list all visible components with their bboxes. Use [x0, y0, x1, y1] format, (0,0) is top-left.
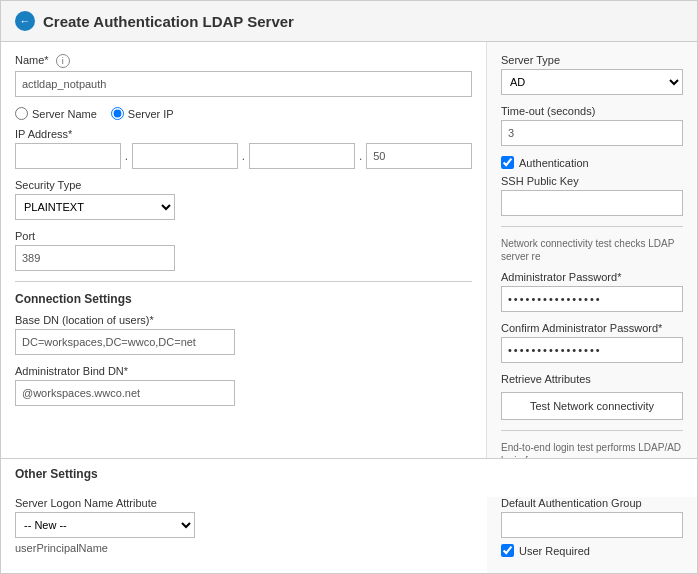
timeout-label: Time-out (seconds) [501, 105, 683, 117]
base-dn-label: Base DN (location of users)* [15, 314, 472, 326]
ip-octet-2[interactable] [132, 143, 238, 169]
ip-octet-1[interactable] [15, 143, 121, 169]
ip-octet-3[interactable] [249, 143, 355, 169]
admin-password-field-group: Administrator Password* [501, 271, 683, 312]
authentication-checkbox-row: Authentication [501, 156, 683, 169]
right-panel: Server Type AD Time-out (seconds) Authen… [487, 42, 697, 458]
user-required-row: User Required [501, 544, 683, 557]
ssh-key-input[interactable] [501, 190, 683, 216]
retrieve-attributes-label: Retrieve Attributes [501, 373, 683, 385]
ssh-key-field-group: SSH Public Key [501, 175, 683, 216]
section-divider-1 [15, 281, 472, 282]
authentication-label: Authentication [519, 157, 589, 169]
admin-bind-dn-input[interactable] [15, 380, 235, 406]
port-field-group: Port [15, 230, 472, 271]
default-auth-group-input[interactable] [501, 512, 683, 538]
timeout-input[interactable] [501, 120, 683, 146]
network-info-text: Network connectivity test checks LDAP se… [501, 237, 683, 263]
server-logon-label: Server Logon Name Attribute [15, 497, 463, 509]
page: ← Create Authentication LDAP Server Name… [0, 0, 698, 574]
main-content: Name* i Server Name Server IP [1, 42, 697, 458]
server-logon-select[interactable]: -- New -- [15, 512, 195, 538]
other-settings-section: Other Settings Server Logon Name Attribu… [1, 458, 697, 573]
server-ip-radio-item[interactable]: Server IP [111, 107, 174, 120]
security-type-select[interactable]: PLAINTEXT [15, 194, 175, 220]
info-icon[interactable]: i [56, 54, 70, 68]
authentication-checkbox[interactable] [501, 156, 514, 169]
end-to-end-info: End-to-end login test performs LDAP/AD l… [501, 441, 683, 458]
test-network-button[interactable]: Test Network connectivity [501, 392, 683, 420]
left-panel: Name* i Server Name Server IP [1, 42, 487, 458]
server-type-radio-group: Server Name Server IP [15, 107, 472, 120]
name-field-group: Name* i [15, 54, 472, 97]
confirm-password-label: Confirm Administrator Password* [501, 322, 683, 334]
confirm-password-input[interactable] [501, 337, 683, 363]
admin-password-label: Administrator Password* [501, 271, 683, 283]
security-type-field-group: Security Type PLAINTEXT [15, 179, 472, 220]
default-auth-group-label: Default Authentication Group [501, 497, 683, 509]
port-input[interactable] [15, 245, 175, 271]
ssh-key-label: SSH Public Key [501, 175, 683, 187]
right-divider-2 [501, 430, 683, 431]
security-type-label: Security Type [15, 179, 472, 191]
name-label: Name* i [15, 54, 472, 68]
server-name-radio-item[interactable]: Server Name [15, 107, 97, 120]
port-label: Port [15, 230, 472, 242]
base-dn-field-group: Base DN (location of users)* [15, 314, 472, 355]
server-type-label: Server Type [501, 54, 683, 66]
timeout-field-group: Time-out (seconds) [501, 105, 683, 146]
admin-bind-dn-label: Administrator Bind DN* [15, 365, 472, 377]
name-input[interactable] [15, 71, 472, 97]
ip-address-field-group: IP Address* . . . [15, 128, 472, 169]
connection-settings-title: Connection Settings [15, 292, 472, 306]
other-settings-left: Server Logon Name Attribute -- New -- us… [1, 497, 487, 573]
confirm-password-field-group: Confirm Administrator Password* [501, 322, 683, 363]
server-logon-select-wrapper: -- New -- [15, 512, 195, 538]
page-title: Create Authentication LDAP Server [43, 13, 294, 30]
base-dn-input[interactable] [15, 329, 235, 355]
server-logon-value: userPrincipalName [15, 542, 463, 554]
other-settings-title: Other Settings [15, 467, 683, 481]
right-divider-1 [501, 226, 683, 227]
server-name-radio[interactable] [15, 107, 28, 120]
server-type-field-group: Server Type AD [501, 54, 683, 95]
ip-address-label: IP Address* [15, 128, 472, 140]
admin-password-input[interactable] [501, 286, 683, 312]
user-required-label: User Required [519, 545, 590, 557]
user-required-checkbox[interactable] [501, 544, 514, 557]
name-row [15, 71, 472, 97]
header: ← Create Authentication LDAP Server [1, 1, 697, 42]
security-type-select-wrapper: PLAINTEXT [15, 194, 175, 220]
other-settings-columns: Server Logon Name Attribute -- New -- us… [1, 497, 697, 573]
server-type-select[interactable]: AD [501, 69, 683, 95]
server-ip-radio[interactable] [111, 107, 124, 120]
other-settings-right: Default Authentication Group User Requir… [487, 497, 697, 573]
ip-row: . . . [15, 143, 472, 169]
ip-octet-4[interactable] [366, 143, 472, 169]
admin-bind-dn-field-group: Administrator Bind DN* [15, 365, 472, 406]
back-icon[interactable]: ← [15, 11, 35, 31]
